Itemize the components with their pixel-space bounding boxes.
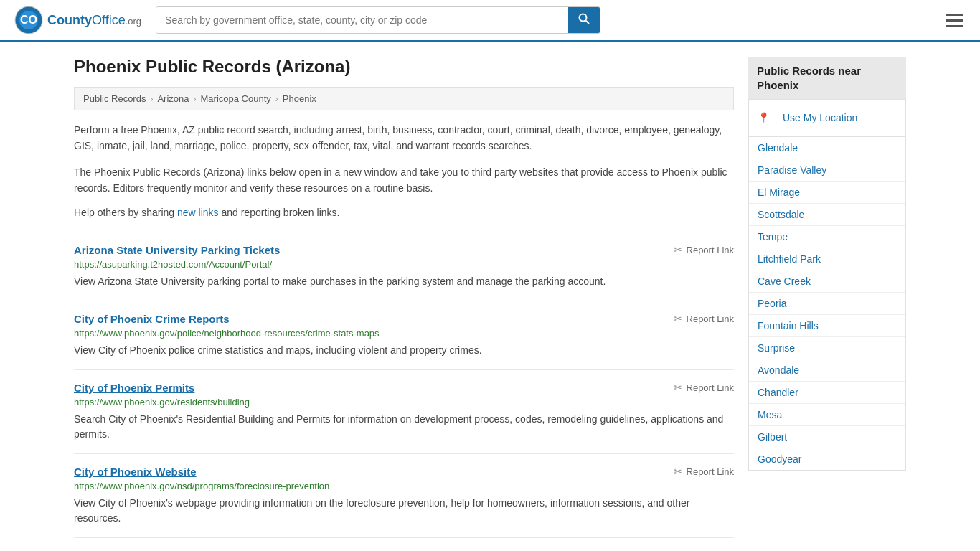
record-desc-1: View City of Phoenix police crime statis…	[74, 343, 734, 358]
record-desc-0: View Arizona State University parking po…	[74, 274, 734, 289]
sidebar-city-item-8: Fountain Hills	[749, 315, 905, 337]
record-header-1: City of Phoenix Crime Reports ✂ Report L…	[74, 313, 734, 325]
sidebar-city-link-12[interactable]: Mesa	[749, 404, 905, 425]
menu-line-2	[946, 19, 963, 22]
share-pre: Help others by sharing	[74, 207, 177, 218]
sidebar-city-link-14[interactable]: Goodyear	[749, 448, 905, 470]
sidebar-city-item-4: Tempe	[749, 226, 905, 248]
record-entry-0: Arizona State University Parking Tickets…	[74, 232, 734, 301]
report-link-button-3[interactable]: ✂ Report Link	[674, 466, 734, 477]
sidebar-city-item-3: Scottsdale	[749, 204, 905, 226]
sidebar-city-item-10: Avondale	[749, 359, 905, 382]
record-entry-1: City of Phoenix Crime Reports ✂ Report L…	[74, 301, 734, 370]
sidebar-links-list: 📍 Use My Location	[748, 99, 906, 137]
sidebar-city-item-11: Chandler	[749, 382, 905, 404]
report-link-button-1[interactable]: ✂ Report Link	[674, 313, 734, 324]
report-label-1: Report Link	[687, 314, 734, 324]
report-link-button-2[interactable]: ✂ Report Link	[674, 382, 734, 393]
breadcrumb-arizona[interactable]: Arizona	[157, 93, 189, 104]
sidebar-city-link-9[interactable]: Surprise	[749, 337, 905, 359]
new-links-link[interactable]: new links	[177, 207, 219, 218]
record-desc-2: Search City of Phoenix's Residential Bui…	[74, 412, 734, 442]
location-pin-icon: 📍	[758, 112, 770, 123]
report-icon-1: ✂	[674, 313, 682, 324]
record-header-3: City of Phoenix Website ✂ Report Link	[74, 466, 734, 478]
sidebar-city-link-8[interactable]: Fountain Hills	[749, 315, 905, 336]
report-link-button-0[interactable]: ✂ Report Link	[674, 244, 734, 255]
sidebar-city-item-13: Gilbert	[749, 426, 905, 448]
sidebar-city-item-6: Cave Creek	[749, 270, 905, 293]
share-text: Help others by sharing new links and rep…	[74, 207, 734, 218]
search-bar	[156, 6, 600, 34]
description-2: The Phoenix Public Records (Arizona) lin…	[74, 164, 734, 197]
sidebar-city-link-7[interactable]: Peoria	[749, 293, 905, 314]
sidebar-city-item-7: Peoria	[749, 293, 905, 315]
record-title-2[interactable]: City of Phoenix Permits	[74, 382, 194, 394]
breadcrumb-maricopa[interactable]: Maricopa County	[201, 93, 271, 104]
sidebar-city-link-5[interactable]: Litchfield Park	[749, 248, 905, 270]
record-header-2: City of Phoenix Permits ✂ Report Link	[74, 382, 734, 394]
sidebar-city-link-11[interactable]: Chandler	[749, 382, 905, 403]
report-icon-2: ✂	[674, 382, 682, 393]
sidebar-use-location: 📍 Use My Location	[749, 100, 905, 136]
breadcrumb-sep-1: ›	[150, 94, 153, 104]
record-entry-2: City of Phoenix Permits ✂ Report Link ht…	[74, 370, 734, 454]
record-url-1[interactable]: https://www.phoenix.gov/police/neighborh…	[74, 328, 734, 339]
search-icon	[578, 13, 590, 24]
sidebar: Public Records near Phoenix 📍 Use My Loc…	[748, 57, 906, 538]
record-title-1[interactable]: City of Phoenix Crime Reports	[74, 313, 230, 325]
menu-button[interactable]	[943, 11, 966, 30]
sidebar-city-link-13[interactable]: Gilbert	[749, 426, 905, 448]
description-1: Perform a free Phoenix, AZ public record…	[74, 122, 734, 154]
record-desc-3: View City of Phoenix's webpage providing…	[74, 496, 734, 526]
breadcrumb-phoenix[interactable]: Phoenix	[283, 93, 316, 104]
sidebar-city-item-12: Mesa	[749, 404, 905, 426]
report-icon-0: ✂	[674, 244, 682, 255]
menu-line-3	[946, 25, 963, 27]
record-title-3[interactable]: City of Phoenix Website	[74, 466, 197, 478]
sidebar-city-item-9: Surprise	[749, 337, 905, 359]
logo-link[interactable]: CO CountyOffice.org	[14, 6, 141, 34]
sidebar-location-item: 📍 Use My Location	[749, 100, 905, 136]
sidebar-city-item-14: Goodyear	[749, 448, 905, 470]
sidebar-city-link-6[interactable]: Cave Creek	[749, 270, 905, 292]
record-url-0[interactable]: https://asuparking.t2hosted.com/Account/…	[74, 259, 734, 270]
record-url-3[interactable]: https://www.phoenix.gov/nsd/programs/for…	[74, 481, 734, 491]
record-entry-3: City of Phoenix Website ✂ Report Link ht…	[74, 454, 734, 538]
sidebar-city-link-4[interactable]: Tempe	[749, 226, 905, 248]
logo-text: CountyOffice.org	[47, 13, 141, 28]
records-list: Arizona State University Parking Tickets…	[74, 232, 734, 538]
sidebar-city-link-10[interactable]: Avondale	[749, 359, 905, 381]
report-label-2: Report Link	[687, 382, 734, 393]
search-input[interactable]	[156, 7, 568, 33]
record-header-0: Arizona State University Parking Tickets…	[74, 244, 734, 256]
sidebar-city-item-5: Litchfield Park	[749, 248, 905, 270]
breadcrumb-sep-3: ›	[275, 94, 278, 104]
site-header: CO CountyOffice.org	[0, 0, 980, 42]
svg-line-4	[586, 21, 590, 24]
page-title: Phoenix Public Records (Arizona)	[74, 57, 734, 77]
content-area: Phoenix Public Records (Arizona) Public …	[74, 57, 734, 538]
main-container: Phoenix Public Records (Arizona) Public …	[60, 42, 920, 551]
sidebar-city-item-0: Glendale	[749, 137, 905, 159]
sidebar-city-link-1[interactable]: Paradise Valley	[749, 159, 905, 181]
report-label-3: Report Link	[687, 466, 734, 477]
search-button[interactable]	[568, 7, 600, 33]
svg-point-3	[580, 14, 587, 22]
sidebar-city-item-2: El Mirage	[749, 182, 905, 204]
report-icon-3: ✂	[674, 466, 682, 477]
menu-line-1	[946, 14, 963, 16]
breadcrumb-public-records[interactable]: Public Records	[83, 93, 146, 104]
sidebar-city-link-2[interactable]: El Mirage	[749, 182, 905, 203]
sidebar-city-link-3[interactable]: Scottsdale	[749, 204, 905, 225]
share-post: and reporting broken links.	[219, 207, 340, 218]
breadcrumb: Public Records › Arizona › Maricopa Coun…	[74, 87, 734, 110]
record-title-0[interactable]: Arizona State University Parking Tickets	[74, 244, 280, 256]
record-url-2[interactable]: https://www.phoenix.gov/residents/buildi…	[74, 397, 734, 408]
report-label-0: Report Link	[687, 245, 734, 255]
svg-text:CO: CO	[20, 14, 37, 26]
use-my-location-link[interactable]: Use My Location	[774, 107, 866, 128]
sidebar-city-links: GlendaleParadise ValleyEl MirageScottsda…	[748, 137, 906, 471]
sidebar-city-item-1: Paradise Valley	[749, 159, 905, 182]
sidebar-city-link-0[interactable]: Glendale	[749, 137, 905, 159]
